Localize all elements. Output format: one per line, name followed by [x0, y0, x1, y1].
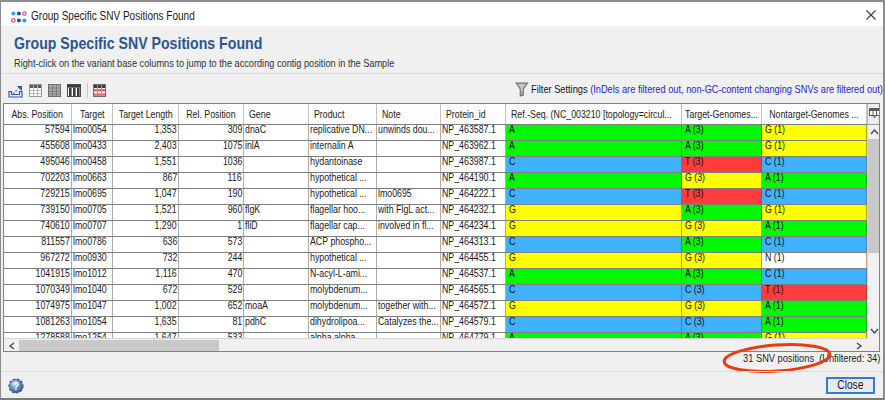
svg-text:?: ? — [13, 381, 19, 392]
